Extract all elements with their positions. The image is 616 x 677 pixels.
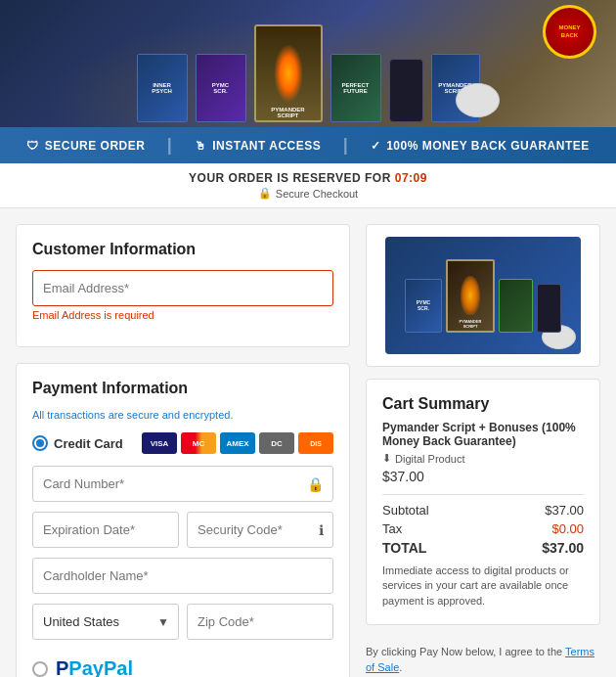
customer-info-title: Customer Information: [32, 241, 333, 258]
money-back-badge: MONEYBACK: [543, 5, 596, 59]
cart-divider-1: [382, 494, 584, 495]
figure-glow: [274, 44, 303, 103]
hero-banner: INNERPSYCH PYMCSCR. PYMANDERSCRIPT PERFE…: [0, 0, 616, 127]
diners-icon: DC: [259, 432, 294, 454]
country-select-wrapper: United States Canada United Kingdom ▼: [32, 604, 179, 640]
expiration-input[interactable]: [32, 512, 179, 548]
info-icon: ℹ: [319, 522, 324, 538]
right-column: PYMCSCR. PYMANDERSCRIPT Cart Summary Pym…: [366, 224, 600, 677]
phone-mock: [389, 59, 423, 122]
right-book-1: PYMCSCR.: [405, 279, 442, 333]
email-group: Email Address is required: [32, 270, 333, 321]
cardholder-group: [32, 558, 333, 594]
mastercard-icon: MC: [181, 432, 216, 454]
trust-secure-order: 🛡 SECURE ORDER: [26, 139, 145, 153]
credit-card-radio[interactable]: [32, 435, 48, 451]
paypal-p-icon: P: [56, 657, 68, 677]
discover-icon: DIS: [298, 432, 333, 454]
cart-tax-row: Tax $0.00: [382, 521, 584, 536]
cart-total-row: TOTAL $37.00: [382, 540, 584, 556]
security-input[interactable]: [187, 512, 333, 548]
country-select[interactable]: United States Canada United Kingdom: [32, 604, 179, 640]
digital-badge: ⬇ Digital Product: [382, 452, 584, 465]
terms-suffix: .: [399, 661, 402, 673]
credit-card-label[interactable]: Credit Card: [32, 435, 123, 451]
right-figure: [461, 276, 480, 315]
digital-label: Digital Product: [395, 453, 465, 465]
shield-icon: 🛡: [26, 139, 39, 153]
payment-info-card: Payment Information All transactions are…: [16, 363, 350, 677]
payment-info-subtitle: All transactions are secure and encrypte…: [32, 409, 333, 421]
email-input[interactable]: [32, 270, 333, 306]
lock-icon-input: 🔒: [307, 476, 324, 492]
country-group: United States Canada United Kingdom ▼: [32, 604, 179, 640]
country-zip-row: United States Canada United Kingdom ▼: [32, 604, 333, 640]
earbuds: [456, 83, 500, 117]
countdown-timer: 07:09: [395, 171, 427, 185]
book-1: INNERPSYCH: [137, 54, 188, 122]
terms-prefix: By clicking Pay Now below, I agree to th…: [366, 646, 565, 657]
cart-access-note: Immediate access to digital products or …: [382, 564, 584, 609]
amex-icon: AMEX: [220, 432, 255, 454]
customer-info-card: Customer Information Email Address is re…: [16, 224, 350, 347]
trust-instant-access: 🖱 INSTANT ACCESS: [195, 139, 322, 153]
trust-divider-2: |: [343, 135, 349, 156]
cart-summary-card: Cart Summary Pymander Script + Bonuses (…: [366, 379, 600, 625]
cart-item-price: $37.00: [382, 469, 584, 484]
terms-note: By clicking Pay Now below, I agree to th…: [366, 645, 600, 675]
secure-checkout-label: 🔒 Secure Checkout: [8, 187, 608, 200]
hero-products: INNERPSYCH PYMCSCR. PYMANDERSCRIPT PERFE…: [137, 5, 480, 122]
tax-value: $0.00: [551, 521, 584, 536]
book-4-wrap: PYMANDERSCRIPT: [431, 54, 480, 122]
left-column: Customer Information Email Address is re…: [16, 224, 350, 677]
cart-subtotal-row: Subtotal $37.00: [382, 503, 584, 518]
visa-icon: VISA: [142, 432, 177, 454]
total-label: TOTAL: [382, 540, 426, 556]
trust-money-back: ✓ 100% MONEY BACK GUARANTEE: [371, 139, 590, 153]
email-error: Email Address is required: [32, 309, 333, 321]
card-icons: VISA MC AMEX DC DIS: [142, 432, 333, 454]
exp-security-row: ℹ: [32, 512, 333, 548]
cart-item-name: Pymander Script + Bonuses (100% Money Ba…: [382, 421, 584, 448]
credit-card-text: Credit Card: [54, 436, 123, 451]
lock-icon: 🔒: [258, 187, 272, 200]
subtotal-label: Subtotal: [382, 503, 429, 518]
security-group: ℹ: [187, 512, 333, 548]
secure-order-label: SECURE ORDER: [45, 139, 146, 153]
main-product-figure: PYMANDERSCRIPT: [254, 24, 323, 122]
right-main: PYMANDERSCRIPT: [446, 259, 495, 333]
radio-dot: [36, 439, 44, 447]
paypal-row: P PayPal: [32, 650, 333, 677]
tax-label: Tax: [382, 521, 402, 536]
zip-input[interactable]: [187, 604, 333, 640]
download-icon: ⬇: [382, 452, 391, 465]
paypal-icon: PayPal: [68, 657, 133, 677]
payment-info-title: Payment Information: [32, 380, 333, 397]
pay-section: By clicking Pay Now below, I agree to th…: [366, 637, 600, 677]
check-icon: ✓: [371, 139, 381, 153]
subtotal-value: $37.00: [545, 503, 584, 518]
money-back-label: 100% MONEY BACK GUARANTEE: [386, 139, 590, 153]
right-title: PYMANDERSCRIPT: [448, 319, 493, 329]
main-content: Customer Information Email Address is re…: [0, 208, 616, 677]
credit-card-row: Credit Card VISA MC AMEX DC DIS: [32, 432, 333, 454]
cardholder-input[interactable]: [32, 558, 333, 594]
reservation-label: YOUR ORDER IS RESERVED FOR: [189, 171, 391, 185]
zip-group: [187, 604, 333, 640]
paypal-radio[interactable]: [32, 661, 48, 677]
total-value: $37.00: [542, 540, 584, 556]
card-number-input[interactable]: [32, 466, 333, 502]
book-2: PYMCSCR.: [196, 54, 246, 122]
cursor-icon: 🖱: [195, 139, 207, 153]
right-book-2: [499, 279, 533, 333]
right-phone: [537, 284, 561, 333]
trust-divider-1: |: [167, 135, 173, 156]
expiration-group: [32, 512, 179, 548]
secure-checkout-text: Secure Checkout: [276, 188, 358, 200]
paypal-logo: P PayPal: [56, 657, 133, 677]
product-image-area: PYMCSCR. PYMANDERSCRIPT: [366, 224, 600, 367]
book-3: PERFECTFUTURE: [330, 54, 381, 122]
reservation-bar: YOUR ORDER IS RESERVED FOR 07:09 🔒 Secur…: [0, 163, 616, 208]
card-number-group: 🔒: [32, 466, 333, 502]
trust-bar: 🛡 SECURE ORDER | 🖱 INSTANT ACCESS | ✓ 10…: [0, 127, 616, 163]
